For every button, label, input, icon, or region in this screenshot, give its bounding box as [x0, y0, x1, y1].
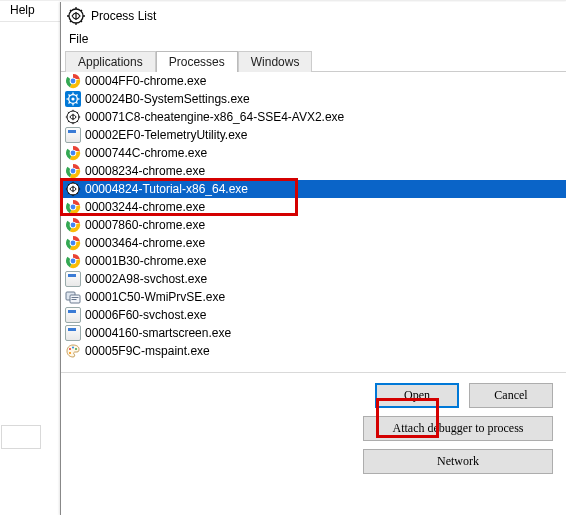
svg-point-7 — [71, 97, 74, 100]
process-row[interactable]: 00001C50-WmiPrvSE.exe — [61, 288, 566, 306]
ce-icon — [65, 109, 81, 125]
menu-help[interactable]: Help — [0, 1, 45, 19]
svg-point-31 — [71, 223, 76, 228]
generic-icon — [65, 127, 81, 143]
dialog-title: Process List — [91, 9, 156, 23]
dialog-button-area: Open Cancel Attach debugger to process N… — [61, 372, 566, 484]
process-label: 00003244-chrome.exe — [85, 200, 205, 214]
process-label: 00006F60-svchost.exe — [85, 308, 206, 322]
svg-point-34 — [71, 241, 76, 246]
process-listview[interactable]: 00004FF0-chrome.exe000024B0-SystemSettin… — [61, 72, 566, 372]
chrome-icon — [65, 235, 81, 251]
cancel-button[interactable]: Cancel — [469, 383, 553, 408]
svg-point-43 — [72, 347, 74, 349]
svg-line-15 — [69, 102, 70, 103]
process-row[interactable]: 00004824-Tutorial-x86_64.exe — [61, 180, 566, 198]
process-label: 00004FF0-chrome.exe — [85, 74, 206, 88]
open-button[interactable]: Open — [375, 383, 459, 408]
process-label: 00001B30-chrome.exe — [85, 254, 206, 268]
svg-line-14 — [76, 95, 77, 96]
generic-icon — [65, 325, 81, 341]
process-row[interactable]: 00003464-chrome.exe — [61, 234, 566, 252]
svg-rect-41 — [72, 299, 77, 300]
settings-icon — [65, 91, 81, 107]
svg-point-44 — [75, 348, 77, 350]
process-label: 00004824-Tutorial-x86_64.exe — [85, 182, 248, 196]
wmi-icon — [65, 289, 81, 305]
process-row[interactable]: 00007860-chrome.exe — [61, 216, 566, 234]
dialog-titlebar[interactable]: Process List — [61, 2, 566, 30]
process-label: 00002EF0-TelemetryUtility.exe — [85, 128, 248, 142]
chrome-icon — [65, 73, 81, 89]
tab-applications[interactable]: Applications — [65, 51, 156, 72]
svg-point-42 — [69, 348, 71, 350]
network-button[interactable]: Network — [363, 449, 553, 474]
svg-rect-40 — [72, 297, 79, 298]
process-label: 00001C50-WmiPrvSE.exe — [85, 290, 225, 304]
process-label: 00003464-chrome.exe — [85, 236, 205, 250]
process-row[interactable]: 00002EF0-TelemetryUtility.exe — [61, 126, 566, 144]
process-label: 00008234-chrome.exe — [85, 164, 205, 178]
chrome-icon — [65, 145, 81, 161]
svg-point-28 — [71, 205, 76, 210]
process-label: 0000744C-chrome.exe — [85, 146, 207, 160]
generic-icon — [65, 307, 81, 323]
process-row[interactable]: 00005F9C-mspaint.exe — [61, 342, 566, 360]
tutorial-icon — [65, 181, 81, 197]
process-label: 00005F9C-mspaint.exe — [85, 344, 210, 358]
process-row[interactable]: 0000744C-chrome.exe — [61, 144, 566, 162]
process-row[interactable]: 00004FF0-chrome.exe — [61, 72, 566, 90]
attach-debugger-button[interactable]: Attach debugger to process — [363, 416, 553, 441]
background-input-stub — [1, 425, 41, 449]
process-label: 00007860-chrome.exe — [85, 218, 205, 232]
menu-file[interactable]: File — [69, 32, 88, 46]
dialog-menubar: File — [61, 30, 566, 48]
svg-point-45 — [69, 352, 71, 354]
process-row[interactable]: 00003244-chrome.exe — [61, 198, 566, 216]
chrome-icon — [65, 199, 81, 215]
svg-point-23 — [71, 169, 76, 174]
chrome-icon — [65, 163, 81, 179]
svg-line-13 — [76, 102, 77, 103]
process-label: 00002A98-svchost.exe — [85, 272, 207, 286]
process-label: 000071C8-cheatengine-x86_64-SSE4-AVX2.ex… — [85, 110, 344, 124]
mspaint-icon — [65, 343, 81, 359]
cheat-engine-icon — [67, 7, 85, 25]
process-list-dialog: Process List File Applications Processes… — [60, 2, 566, 515]
process-row[interactable]: 00008234-chrome.exe — [61, 162, 566, 180]
svg-point-4 — [71, 79, 76, 84]
svg-point-37 — [71, 259, 76, 264]
process-row[interactable]: 000071C8-cheatengine-x86_64-SSE4-AVX2.ex… — [61, 108, 566, 126]
tab-windows[interactable]: Windows — [238, 51, 313, 72]
process-label: 00004160-smartscreen.exe — [85, 326, 231, 340]
chrome-icon — [65, 253, 81, 269]
generic-icon — [65, 271, 81, 287]
tab-pane-processes: 00004FF0-chrome.exe000024B0-SystemSettin… — [61, 71, 566, 372]
process-row[interactable]: 00004160-smartscreen.exe — [61, 324, 566, 342]
process-row[interactable]: 00001B30-chrome.exe — [61, 252, 566, 270]
process-label: 000024B0-SystemSettings.exe — [85, 92, 250, 106]
tabstrip: Applications Processes Windows — [65, 50, 566, 71]
process-row[interactable]: 00002A98-svchost.exe — [61, 270, 566, 288]
process-row[interactable]: 000024B0-SystemSettings.exe — [61, 90, 566, 108]
svg-point-20 — [71, 151, 76, 156]
chrome-icon — [65, 217, 81, 233]
svg-line-12 — [69, 95, 70, 96]
process-row[interactable]: 00006F60-svchost.exe — [61, 306, 566, 324]
tab-processes[interactable]: Processes — [156, 51, 238, 72]
